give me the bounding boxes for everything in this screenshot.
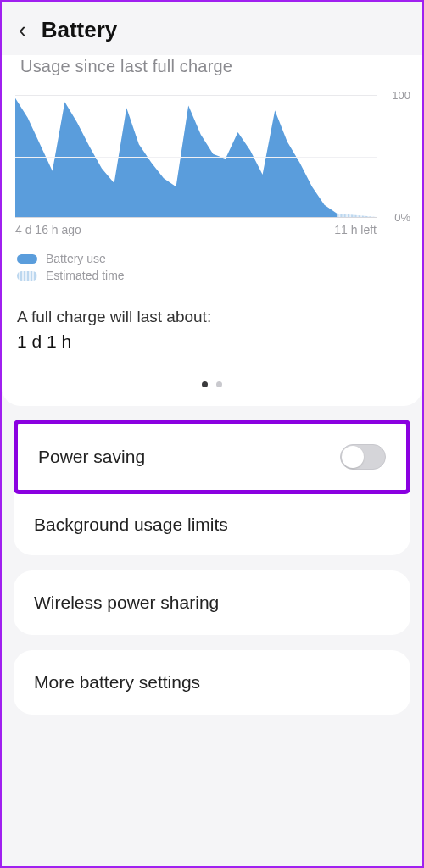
power-saving-row[interactable]: Power saving (14, 420, 410, 494)
estimate-block: A full charge will last about: 1 d 1 h (10, 289, 414, 357)
legend-est-label: Estimated time (46, 269, 125, 282)
power-options-card: Power saving Background usage limits (14, 420, 410, 555)
xaxis-end: 11 h left (334, 223, 377, 236)
xaxis-start: 4 d 16 h ago (15, 223, 81, 236)
back-icon[interactable]: ‹ (19, 17, 26, 43)
toggle-knob-icon (342, 446, 364, 468)
header: ‹ Battery (2, 2, 422, 52)
bg-usage-row[interactable]: Background usage limits (14, 494, 410, 555)
wireless-share-row[interactable]: Wireless power sharing (14, 570, 410, 635)
chart-legend: Battery use Estimated time (10, 236, 414, 289)
legend-estimated: Estimated time (17, 269, 407, 282)
power-saving-label: Power saving (38, 447, 145, 467)
swatch-solid-icon (17, 254, 37, 264)
wireless-share-label: Wireless power sharing (34, 593, 219, 612)
page-indicator[interactable] (10, 376, 414, 391)
chart-ymin: 0% (394, 211, 410, 224)
usage-card: Usage since last full charge 100 0% 4 d … (2, 55, 422, 406)
legend-battery-use: Battery use (17, 252, 407, 265)
chart-svg (15, 96, 377, 217)
estimate-label: A full charge will last about: (17, 308, 407, 326)
chart-area: 100 0% (15, 95, 377, 218)
page-title: Battery (42, 17, 118, 43)
estimate-value: 1 d 1 h (17, 331, 407, 352)
chart-xaxis: 4 d 16 h ago 11 h left (10, 223, 414, 236)
legend-use-label: Battery use (46, 252, 106, 265)
swatch-hatch-icon (17, 271, 37, 281)
battery-chart: 100 0% (10, 95, 414, 218)
usage-section-title: Usage since last full charge (10, 52, 414, 92)
chart-ymax: 100 (392, 89, 410, 102)
more-settings-label: More battery settings (34, 672, 200, 692)
power-saving-toggle[interactable] (340, 444, 386, 470)
more-settings-row[interactable]: More battery settings (14, 650, 410, 715)
bg-usage-label: Background usage limits (34, 515, 228, 535)
page-dot-2 (216, 381, 222, 387)
page-dot-1 (202, 381, 208, 387)
